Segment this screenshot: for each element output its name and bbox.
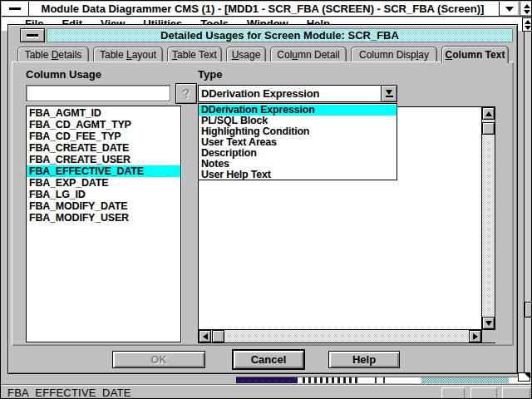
mdi-vertical-scrollbar[interactable]	[525, 32, 532, 374]
background-window-sliver	[1, 374, 532, 384]
list-item[interactable]: FBA_CREATE_DATE	[27, 142, 180, 154]
up-arrow-icon	[485, 111, 492, 116]
background-text-marks	[303, 377, 359, 383]
background-teal-segment	[421, 377, 509, 383]
background-window-strip	[236, 377, 531, 383]
mdi-restore-down-icon	[525, 26, 531, 30]
mdi-restore-button[interactable]	[522, 17, 532, 32]
system-menu-button[interactable]	[2, 2, 29, 16]
system-menu-icon	[9, 7, 21, 10]
minimize-button[interactable]	[499, 2, 519, 16]
vertical-scrollbar[interactable]	[481, 107, 495, 329]
question-mark-icon: ?	[181, 86, 191, 101]
down-arrow-icon	[485, 321, 492, 326]
tab-column-display[interactable]: Column Display	[351, 47, 437, 62]
dialog-system-menu-button[interactable]	[20, 28, 45, 42]
status-cell	[470, 387, 497, 399]
tab-usage[interactable]: Usage	[226, 47, 266, 62]
page-corner-icon	[518, 372, 530, 382]
dropdown-arrow-bar	[386, 96, 393, 97]
column-usage-label: Column Usage	[26, 68, 101, 81]
mdi-restore-up-icon	[525, 20, 531, 24]
tab-column-text[interactable]: Column Text	[441, 46, 509, 63]
list-of-values-button[interactable]: ?	[175, 83, 197, 104]
scroll-up-button[interactable]	[482, 107, 495, 120]
background-purple-segment	[236, 377, 298, 383]
main-titlebar[interactable]: Module Data Diagrammer CMS (1) - [MDD1 -…	[2, 2, 532, 17]
mdi-scrollbar-thumb[interactable]	[525, 302, 532, 318]
status-cell	[502, 387, 530, 399]
list-item[interactable]: FBA_EXP_DATE	[27, 177, 180, 189]
list-item[interactable]: FBA_MODIFY_DATE	[27, 200, 180, 212]
right-arrow-icon	[473, 333, 478, 340]
restore-down-icon	[524, 10, 530, 14]
scroll-down-button[interactable]	[482, 317, 495, 329]
column-usage-list[interactable]: FBA_AGMT_IDFBA_CD_AGMT_TYPFBA_CD_FEE_TYP…	[26, 106, 181, 342]
scroll-left-button[interactable]	[199, 330, 211, 342]
tab-table-layout[interactable]: Table Layout	[93, 47, 163, 62]
tab-bar: Table DetailsTable LayoutTable TextUsage…	[17, 46, 509, 63]
type-dropdown-button[interactable]	[381, 86, 397, 101]
statusbar: FBA_EFFECTIVE_DATE	[1, 384, 532, 399]
tab-table-text[interactable]: Table Text	[167, 47, 222, 62]
dropdown-arrow-icon	[386, 90, 392, 95]
list-item[interactable]: FBA_CD_AGMT_TYP	[27, 119, 180, 131]
window-title: Module Data Diagrammer CMS (1) - [MDD1 -…	[32, 2, 494, 16]
cancel-button[interactable]: Cancel	[232, 349, 305, 370]
background-tick	[375, 377, 377, 383]
list-item[interactable]: FBA_EFFECTIVE_DATE	[27, 165, 180, 177]
ok-button[interactable]: OK	[112, 351, 205, 368]
left-arrow-icon	[203, 333, 208, 340]
restore-button[interactable]	[520, 2, 532, 16]
background-tick	[383, 377, 385, 383]
list-item[interactable]: FBA_MODIFY_USER	[27, 212, 180, 224]
type-label: Type	[198, 68, 222, 81]
type-selected-value: DDerivation Expression	[201, 86, 379, 101]
list-item[interactable]: FBA_LG_ID	[27, 189, 180, 200]
detailed-usages-dialog: Detailed Usages for Screen Module: SCR_F…	[7, 24, 518, 374]
tab-panel: Column Usage ? FBA_AGMT_IDFBA_CD_AGMT_TY…	[12, 62, 514, 346]
horizontal-scroll-thumb[interactable]	[212, 330, 224, 342]
tab-column-detail[interactable]: Column Detail	[270, 47, 347, 62]
column-usage-input[interactable]	[26, 85, 170, 101]
restore-up-icon	[524, 4, 530, 8]
list-item[interactable]: FBA_CD_FEE_TYP	[27, 131, 180, 142]
list-item[interactable]: FBA_AGMT_ID	[27, 107, 180, 119]
dialog-titlebar[interactable]: Detailed Usages for Screen Module: SCR_F…	[47, 28, 513, 42]
horizontal-scrollbar[interactable]	[199, 329, 481, 342]
list-item[interactable]: FBA_CREATE_USER	[27, 154, 180, 165]
scroll-right-button[interactable]	[469, 330, 481, 342]
type-dropdown-list[interactable]: DDerivation ExpressionPL/SQL BlockHighli…	[198, 103, 397, 180]
tab-table-details[interactable]: Table Details	[17, 47, 89, 62]
status-text: FBA_EFFECTIVE_DATE	[7, 387, 131, 399]
status-cell	[441, 387, 465, 399]
minimize-icon	[505, 7, 514, 12]
vertical-scroll-thumb[interactable]	[482, 122, 495, 135]
scrollbar-corner	[481, 329, 495, 342]
dialog-title: Detailed Usages for Screen Module: SCR_F…	[47, 29, 512, 42]
help-button[interactable]: Help	[328, 351, 400, 368]
dropdown-option[interactable]: User Help Text	[199, 170, 397, 180]
application-window: Module Data Diagrammer CMS (1) - [MDD1 -…	[0, 0, 532, 399]
type-select[interactable]: DDerivation Expression	[198, 85, 397, 102]
dialog-system-menu-icon	[27, 34, 38, 37]
